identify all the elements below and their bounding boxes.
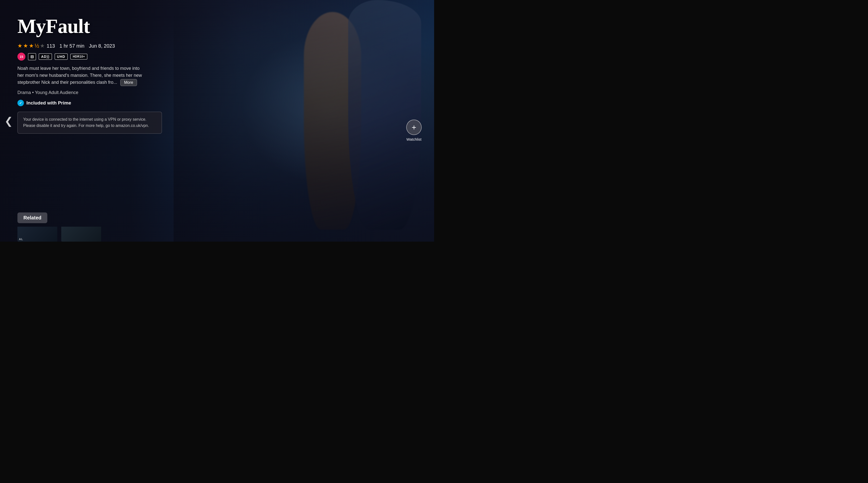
prime-checkmark: ✓: [18, 100, 24, 106]
star-2: ★: [23, 42, 28, 49]
star-empty: ★: [40, 42, 45, 49]
release-date: Jun 8, 2023: [89, 43, 115, 49]
movie-description: Noah must leave her town, boyfriend and …: [18, 65, 147, 86]
star-rating: ★ ★ ★ ½ ★ 113: [18, 42, 55, 49]
thumbnail-1[interactable]: AMAZON ORIG AL: [18, 227, 57, 242]
bottom-section: Related AMAZON ORIG AL AMAZON ORIGINAL: [0, 212, 434, 242]
ad-badge: AD)): [39, 53, 52, 60]
more-button[interactable]: More: [120, 79, 137, 86]
cc-icon: ⊟: [30, 55, 34, 59]
movie-title: MyFault: [18, 15, 224, 38]
main-content: MyFault ★ ★ ★ ½ ★ 113 1 hr 57 min Jun 8,…: [0, 0, 239, 242]
thumbnail-row: AMAZON ORIG AL AMAZON ORIGINAL: [18, 227, 417, 242]
watchlist-label: Watchlist: [406, 137, 422, 141]
prime-row: ✓ Included with Prime: [18, 100, 224, 106]
rating-count: 113: [46, 43, 55, 49]
badges-row: 15 ⊟ AD)) UHD HDR10+: [18, 53, 224, 61]
star-1: ★: [18, 42, 23, 49]
plus-symbol: +: [412, 123, 416, 132]
vpn-notice: Your device is connected to the internet…: [18, 112, 162, 134]
meta-row: ★ ★ ★ ½ ★ 113 1 hr 57 min Jun 8, 2023: [18, 42, 224, 49]
watchlist-plus-icon: +: [406, 120, 422, 135]
star-3: ★: [29, 42, 34, 49]
star-half: ½: [35, 42, 39, 49]
cc-badge: ⊟: [28, 53, 36, 60]
genres: Drama • Young Adult Audience: [18, 90, 224, 95]
prime-text: Included with Prime: [26, 100, 71, 106]
thumbnail-2[interactable]: AMAZON ORIGINAL: [61, 227, 101, 242]
watchlist-button[interactable]: + Watchlist: [406, 120, 422, 141]
nav-left-arrow[interactable]: ❮: [4, 115, 13, 127]
duration: 1 hr 57 min: [60, 43, 85, 49]
hdr-badge: HDR10+: [70, 54, 87, 60]
uhd-badge: UHD: [55, 53, 68, 60]
age-badge: 15: [18, 53, 25, 61]
related-button[interactable]: Related: [18, 212, 47, 223]
thumb-label-1: AL: [19, 238, 23, 240]
